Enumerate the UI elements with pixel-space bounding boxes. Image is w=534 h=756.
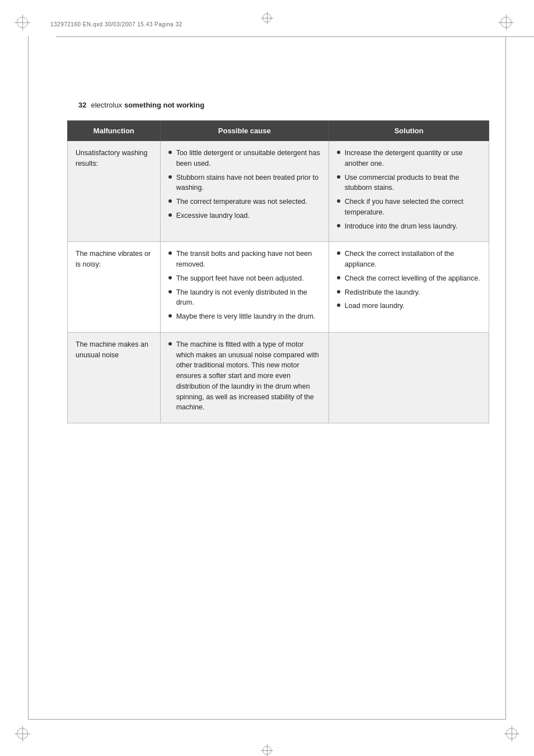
bullet-icon (337, 224, 340, 227)
header-cause: Possible cause (160, 121, 329, 141)
header-solution: Solution (329, 121, 489, 141)
list-item: Load more laundry. (337, 301, 481, 311)
brand-name: electrolux (91, 101, 122, 109)
pagina-mark-top (263, 12, 271, 22)
cause-text: Stubborn stains have not been treated pr… (176, 172, 321, 194)
reg-mark-bottom-left (17, 728, 28, 739)
list-item: Check if you have selected the correct t… (337, 197, 481, 218)
header-malfunction: Malfunction (68, 121, 161, 141)
solution-cell: Increase the detergent quantity or use a… (329, 141, 489, 242)
cause-cell: The transit bolts and packing have not b… (160, 242, 329, 333)
bullet-icon (168, 276, 172, 279)
bullet-icon (337, 304, 340, 307)
right-margin-line (505, 36, 506, 720)
solution-cell (329, 332, 489, 423)
list-item: Excessive laundry load. (168, 211, 321, 221)
cause-cell: The machine is fitted with a type of mot… (160, 332, 329, 423)
malfunction-text: The machine makes an unusual noise (76, 340, 148, 359)
solution-text: Check the correct installation of the ap… (345, 249, 481, 270)
bullet-icon (337, 290, 340, 293)
cause-text: The support feet have not been adjusted. (176, 273, 321, 284)
list-item: The correct temperature was not selected… (168, 197, 321, 207)
section-title: something not working (124, 101, 204, 109)
list-item: Too little detergent or unsuitable deter… (168, 148, 321, 169)
page-container: 132972160 EN.qxd 30/03/2007 15.43 Pagina… (0, 0, 534, 756)
bullet-icon (168, 251, 172, 255)
solution-text: Redistribute the laundry. (345, 287, 481, 298)
cause-cell: Too little detergent or unsuitable deter… (160, 141, 329, 242)
table-row: The machine makes an unusual noise The m… (68, 332, 489, 423)
list-item: Use commercial products to treat the stu… (337, 172, 481, 194)
cause-text: The correct temperature was not selected… (176, 197, 321, 207)
table-header-row: Malfunction Possible cause Solution (68, 121, 489, 141)
solution-cell: Check the correct installation of the ap… (329, 242, 489, 333)
reg-mark-bottom-center (263, 745, 271, 756)
malfunction-text: The machine vibrates or is noisy: (76, 250, 151, 268)
cause-text: Maybe there is very little laundry in th… (176, 311, 321, 322)
malfunction-cell: The machine makes an unusual noise (68, 332, 161, 423)
reg-mark-top-right (500, 17, 517, 34)
list-item: The machine is fitted with a type of mot… (168, 339, 321, 413)
cause-text: Excessive laundry load. (176, 211, 321, 221)
bullet-icon (168, 175, 172, 179)
reg-mark-bottom-right (506, 728, 517, 739)
malfunction-table: Malfunction Possible cause Solution Unsa… (67, 120, 489, 423)
malfunction-cell: Unsatisfactory washing results: (68, 141, 161, 242)
list-item: The support feet have not been adjusted. (168, 273, 321, 284)
bullet-icon (337, 199, 340, 203)
reg-mark-top-left (17, 17, 34, 34)
list-item: The transit bolts and packing have not b… (168, 249, 321, 270)
bottom-section (0, 700, 534, 756)
list-item: Maybe there is very little laundry in th… (168, 311, 321, 322)
solution-text: Load more laundry. (345, 301, 481, 311)
bullet-icon (168, 199, 172, 203)
bullet-icon (168, 213, 172, 217)
malfunction-text: Unsatisfactory washing results: (76, 149, 148, 167)
solution-text: Use commercial products to treat the stu… (345, 172, 481, 194)
cause-text: Too little detergent or unsuitable deter… (176, 148, 321, 169)
cause-text: The machine is fitted with a type of mot… (176, 339, 321, 413)
list-item: Increase the detergent quantity or use a… (337, 148, 481, 169)
bullet-icon (168, 314, 172, 318)
bullet-icon (337, 276, 340, 279)
page-number: 32 (78, 101, 86, 109)
bullet-icon (337, 251, 340, 255)
page-header: 32 electrolux something not working (78, 101, 489, 109)
top-bar: 132972160 EN.qxd 30/03/2007 15.43 Pagina… (0, 0, 534, 56)
bullet-icon (337, 175, 340, 179)
content-area: 32 electrolux something not working Malf… (0, 56, 534, 468)
solution-text: Introduce into the drum less laundry. (345, 221, 481, 232)
bullet-icon (168, 151, 172, 154)
solution-text: Check if you have selected the correct t… (345, 197, 481, 218)
solution-text: Check the correct levelling of the appli… (345, 273, 481, 284)
list-item: Check the correct levelling of the appli… (337, 273, 481, 284)
table-row: Unsatisfactory washing results: Too litt… (68, 141, 489, 242)
bullet-icon (168, 342, 172, 346)
bullet-icon (337, 151, 340, 154)
list-item: Check the correct installation of the ap… (337, 249, 481, 270)
file-info: 132972160 EN.qxd 30/03/2007 15.43 Pagina… (50, 21, 182, 27)
list-item: Stubborn stains have not been treated pr… (168, 172, 321, 194)
list-item: The laundry is not evenly distributed in… (168, 287, 321, 309)
list-item: Redistribute the laundry. (337, 287, 481, 298)
table-row: The machine vibrates or is noisy: The tr… (68, 242, 489, 333)
solution-text: Increase the detergent quantity or use a… (345, 148, 481, 169)
list-item: Introduce into the drum less laundry. (337, 221, 481, 232)
left-margin-line (28, 36, 29, 720)
bullet-icon (168, 290, 172, 293)
malfunction-cell: The machine vibrates or is noisy: (68, 242, 161, 333)
cause-text: The transit bolts and packing have not b… (176, 249, 321, 270)
cause-text: The laundry is not evenly distributed in… (176, 287, 321, 309)
